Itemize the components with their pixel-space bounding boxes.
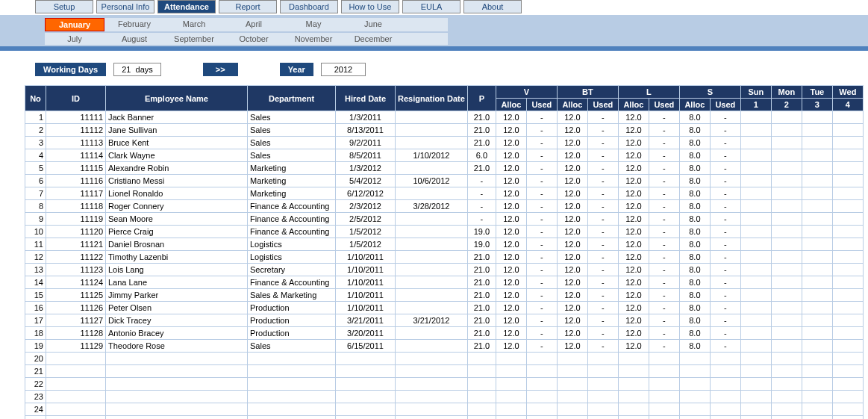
cell-day-2[interactable]	[771, 149, 802, 162]
cell-name[interactable]: Lana Lane	[106, 276, 248, 289]
cell-s-used[interactable]: -	[710, 187, 740, 200]
cell-s-alloc[interactable]: 8.0	[679, 149, 710, 162]
cell-no[interactable]: 5	[25, 162, 46, 175]
cell-v-used[interactable]	[526, 353, 557, 365]
cell-bt-alloc[interactable]	[557, 365, 587, 378]
cell-v-alloc[interactable]	[496, 353, 526, 365]
cell-dept[interactable]: Finance & Accounting	[248, 276, 336, 289]
cell-id[interactable]	[46, 391, 106, 403]
cell-v-alloc[interactable]: 12.0	[496, 137, 526, 149]
tab-dashboard[interactable]: Dashboard	[280, 0, 338, 13]
cell-name[interactable]: Theodore Rose	[106, 340, 248, 353]
cell-name[interactable]	[106, 378, 248, 391]
cell-v-used[interactable]: -	[526, 187, 557, 200]
cell-v-used[interactable]	[526, 403, 557, 416]
cell-hired[interactable]: 3/21/2011	[336, 314, 396, 327]
cell-v-used[interactable]	[526, 416, 557, 420]
cell-day-1[interactable]	[740, 149, 771, 162]
cell-no[interactable]: 13	[25, 264, 46, 276]
cell-no[interactable]: 16	[25, 302, 46, 314]
cell-bt-used[interactable]	[587, 416, 618, 420]
cell-v-alloc[interactable]: 12.0	[496, 289, 526, 302]
cell-l-alloc[interactable]: 12.0	[618, 289, 649, 302]
cell-id[interactable]: 11114	[46, 149, 106, 162]
cell-day-2[interactable]	[771, 264, 802, 276]
cell-l-used[interactable]	[649, 378, 679, 391]
cell-day-1[interactable]	[740, 124, 771, 137]
cell-no[interactable]: 19	[25, 340, 46, 353]
cell-l-alloc[interactable]: 12.0	[618, 149, 649, 162]
cell-day-4[interactable]	[832, 340, 863, 353]
working-days-value[interactable]: 21 days	[113, 63, 161, 76]
cell-l-alloc[interactable]: 12.0	[618, 264, 649, 276]
cell-bt-used[interactable]: -	[587, 302, 618, 314]
cell-s-used[interactable]	[710, 403, 740, 416]
cell-day-2[interactable]	[771, 314, 802, 327]
cell-l-alloc[interactable]: 12.0	[618, 111, 649, 124]
cell-s-alloc[interactable]: 8.0	[679, 302, 710, 314]
cell-l-used[interactable]: -	[649, 289, 679, 302]
cell-l-alloc[interactable]: 12.0	[618, 200, 649, 213]
cell-day-3[interactable]	[802, 327, 832, 340]
cell-hired[interactable]: 1/10/2011	[336, 251, 396, 264]
cell-no[interactable]: 15	[25, 289, 46, 302]
cell-v-used[interactable]: -	[526, 238, 557, 251]
cell-bt-alloc[interactable]: 12.0	[557, 149, 587, 162]
cell-id[interactable]: 11124	[46, 276, 106, 289]
cell-hired[interactable]: 1/3/2012	[336, 162, 396, 175]
cell-id[interactable]: 11116	[46, 175, 106, 187]
cell-resign[interactable]	[396, 162, 468, 175]
cell-name[interactable]	[106, 416, 248, 420]
cell-l-used[interactable]: -	[649, 111, 679, 124]
cell-l-used[interactable]: -	[649, 340, 679, 353]
cell-id[interactable]: 11123	[46, 264, 106, 276]
cell-l-used[interactable]: -	[649, 213, 679, 226]
cell-day-1[interactable]	[740, 403, 771, 416]
cell-day-2[interactable]	[771, 416, 802, 420]
cell-day-4[interactable]	[832, 124, 863, 137]
cell-l-alloc[interactable]: 12.0	[618, 327, 649, 340]
cell-day-4[interactable]	[832, 302, 863, 314]
cell-p[interactable]: 19.0	[467, 238, 496, 251]
cell-day-2[interactable]	[771, 302, 802, 314]
cell-day-2[interactable]	[771, 137, 802, 149]
cell-day-4[interactable]	[832, 111, 863, 124]
cell-s-alloc[interactable]: 8.0	[679, 200, 710, 213]
cell-hired[interactable]: 1/10/2011	[336, 276, 396, 289]
cell-day-2[interactable]	[771, 175, 802, 187]
month-november[interactable]: November	[284, 33, 343, 45]
cell-s-used[interactable]: -	[710, 111, 740, 124]
cell-s-alloc[interactable]: 8.0	[679, 340, 710, 353]
cell-day-2[interactable]	[771, 403, 802, 416]
cell-day-3[interactable]	[802, 264, 832, 276]
cell-s-used[interactable]: -	[710, 200, 740, 213]
cell-no[interactable]: 25	[25, 416, 46, 420]
cell-dept[interactable]: Sales	[248, 111, 336, 124]
cell-s-alloc[interactable]: 8.0	[679, 213, 710, 226]
cell-v-alloc[interactable]: 12.0	[496, 226, 526, 238]
cell-dept[interactable]: Production	[248, 302, 336, 314]
cell-l-alloc[interactable]	[618, 378, 649, 391]
cell-l-used[interactable]: -	[649, 238, 679, 251]
cell-s-used[interactable]: -	[710, 302, 740, 314]
cell-day-2[interactable]	[771, 327, 802, 340]
cell-day-1[interactable]	[740, 327, 771, 340]
cell-resign[interactable]	[396, 365, 468, 378]
cell-day-2[interactable]	[771, 111, 802, 124]
month-september[interactable]: September	[164, 33, 224, 45]
cell-id[interactable]: 11121	[46, 238, 106, 251]
cell-day-4[interactable]	[832, 416, 863, 420]
cell-day-4[interactable]	[832, 251, 863, 264]
cell-s-alloc[interactable]: 8.0	[679, 175, 710, 187]
cell-bt-alloc[interactable]: 12.0	[557, 302, 587, 314]
cell-day-3[interactable]	[802, 213, 832, 226]
cell-bt-used[interactable]	[587, 403, 618, 416]
cell-name[interactable]: Lionel Ronaldo	[106, 187, 248, 200]
cell-p[interactable]: -	[467, 187, 496, 200]
cell-p[interactable]: 19.0	[467, 226, 496, 238]
cell-bt-alloc[interactable]: 12.0	[557, 251, 587, 264]
cell-id[interactable]: 11125	[46, 289, 106, 302]
cell-p[interactable]: 21.0	[467, 111, 496, 124]
cell-id[interactable]	[46, 365, 106, 378]
cell-s-alloc[interactable]: 8.0	[679, 238, 710, 251]
